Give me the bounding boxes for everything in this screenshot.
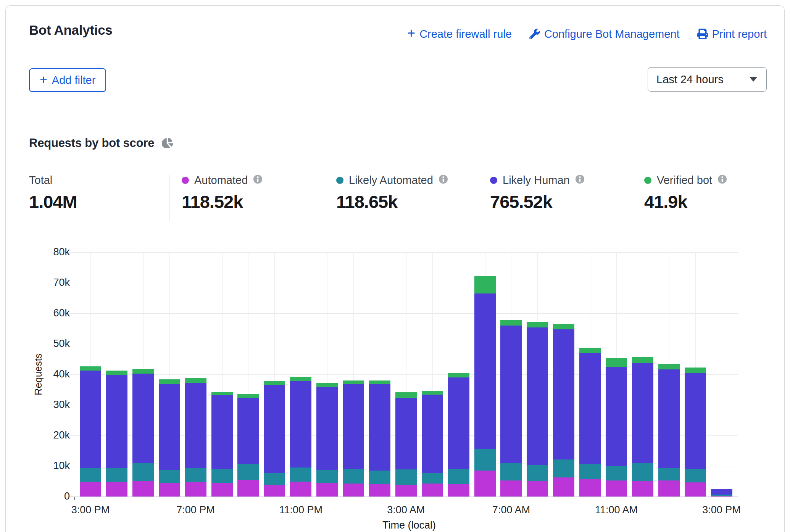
bar-segment-likely-human[interactable] (290, 381, 311, 468)
bar-segment-likely-automated[interactable] (579, 464, 601, 480)
bar-segment-verified-bot[interactable] (395, 392, 417, 398)
bar-segment-automated[interactable] (290, 482, 311, 497)
bar-segment-verified-bot[interactable] (500, 320, 522, 326)
bar-segment-verified-bot[interactable] (316, 383, 338, 387)
bar-segment-automated[interactable] (422, 484, 443, 497)
bar-segment-likely-human[interactable] (395, 398, 417, 469)
bar-segment-likely-automated[interactable] (211, 469, 233, 483)
bar-segment-likely-automated[interactable] (185, 468, 206, 482)
bar-segment-automated[interactable] (369, 484, 390, 497)
bar-segment-likely-automated[interactable] (500, 463, 522, 480)
bar-segment-automated[interactable] (632, 481, 653, 497)
bar-segment-likely-human[interactable] (422, 395, 443, 473)
bar-segment-automated[interactable] (553, 477, 574, 497)
bar-segment-automated[interactable] (211, 483, 233, 497)
bar-segment-likely-human[interactable] (369, 384, 390, 471)
bar-segment-verified-bot[interactable] (606, 358, 627, 367)
bar-segment-automated[interactable] (132, 481, 154, 497)
bar-segment-verified-bot[interactable] (159, 379, 180, 384)
bar-segment-verified-bot[interactable] (343, 380, 364, 384)
bar-segment-automated[interactable] (448, 484, 469, 497)
bar-segment-likely-automated[interactable] (80, 468, 101, 482)
bar-segment-verified-bot[interactable] (185, 378, 206, 383)
bar-segment-automated[interactable] (500, 480, 522, 497)
bar-segment-verified-bot[interactable] (527, 322, 548, 327)
bar-segment-verified-bot[interactable] (264, 381, 285, 385)
bar-segment-verified-bot[interactable] (132, 369, 154, 374)
bar-segment-likely-human[interactable] (80, 371, 101, 468)
bar-segment-automated[interactable] (711, 496, 732, 497)
bar-segment-likely-human[interactable] (711, 489, 732, 495)
bar-segment-likely-human[interactable] (606, 367, 627, 466)
bar-segment-likely-human[interactable] (211, 395, 233, 469)
bar-segment-likely-automated[interactable] (422, 473, 443, 483)
bar-segment-automated[interactable] (106, 482, 127, 497)
info-icon[interactable] (717, 174, 727, 187)
bar-segment-likely-automated[interactable] (527, 465, 548, 481)
bar-segment-likely-automated[interactable] (369, 471, 390, 484)
bar-segment-verified-bot[interactable] (237, 394, 259, 398)
bar-segment-likely-human[interactable] (343, 384, 364, 469)
info-icon[interactable] (439, 174, 448, 187)
bar-segment-likely-human[interactable] (264, 385, 285, 473)
bar-segment-likely-automated[interactable] (606, 466, 627, 480)
bar-segment-automated[interactable] (237, 480, 259, 497)
bar-segment-verified-bot[interactable] (448, 373, 469, 377)
bar-segment-likely-human[interactable] (132, 374, 154, 463)
bar-segment-likely-automated[interactable] (237, 464, 259, 480)
bar-segment-likely-automated[interactable] (711, 495, 732, 495)
bar-segment-likely-automated[interactable] (316, 470, 338, 483)
bar-segment-likely-automated[interactable] (474, 449, 496, 471)
configure-bot-management-link[interactable]: Configure Bot Management (529, 28, 680, 40)
bar-segment-likely-automated[interactable] (159, 470, 180, 483)
bar-segment-likely-human[interactable] (632, 363, 653, 463)
bar-segment-likely-automated[interactable] (685, 469, 706, 482)
bar-segment-verified-bot[interactable] (474, 276, 496, 293)
add-filter-button[interactable]: + Add filter (29, 68, 106, 92)
bar-segment-verified-bot[interactable] (211, 392, 233, 395)
bar-segment-likely-automated[interactable] (658, 468, 680, 481)
bar-segment-automated[interactable] (685, 482, 706, 497)
bar-segment-verified-bot[interactable] (422, 391, 443, 395)
bar-segment-likely-automated[interactable] (553, 459, 574, 477)
bar-segment-likely-automated[interactable] (264, 473, 285, 485)
bar-segment-likely-human[interactable] (316, 387, 338, 470)
bar-segment-automated[interactable] (316, 483, 338, 497)
bar-segment-likely-human[interactable] (106, 375, 127, 468)
bar-segment-verified-bot[interactable] (685, 368, 706, 373)
bar-segment-automated[interactable] (185, 482, 206, 497)
bar-segment-likely-human[interactable] (553, 329, 574, 459)
bar-segment-automated[interactable] (474, 471, 496, 497)
bar-segment-likely-human[interactable] (579, 353, 601, 464)
create-firewall-rule-link[interactable]: + Create firewall rule (407, 27, 512, 41)
bar-segment-verified-bot[interactable] (553, 324, 574, 329)
bar-segment-automated[interactable] (658, 480, 680, 497)
bar-segment-automated[interactable] (579, 479, 601, 497)
bar-segment-likely-automated[interactable] (106, 468, 127, 482)
bar-segment-verified-bot[interactable] (106, 371, 127, 375)
bar-segment-likely-automated[interactable] (395, 469, 417, 485)
time-range-select[interactable]: Last 24 hours (648, 67, 767, 92)
bar-segment-likely-automated[interactable] (632, 463, 653, 481)
bar-segment-automated[interactable] (264, 485, 285, 497)
bar-segment-verified-bot[interactable] (658, 364, 680, 369)
bar-segment-verified-bot[interactable] (579, 348, 601, 353)
bar-segment-automated[interactable] (343, 484, 364, 497)
bar-segment-automated[interactable] (606, 480, 627, 497)
bar-segment-likely-human[interactable] (685, 373, 706, 469)
bar-segment-likely-human[interactable] (500, 326, 522, 463)
bar-segment-automated[interactable] (395, 485, 417, 497)
bar-segment-likely-automated[interactable] (448, 469, 469, 484)
bar-segment-likely-human[interactable] (658, 369, 680, 468)
bar-segment-verified-bot[interactable] (290, 377, 311, 380)
bar-segment-automated[interactable] (80, 482, 101, 497)
bar-segment-likely-human[interactable] (474, 293, 496, 449)
bar-segment-likely-human[interactable] (527, 327, 548, 465)
bar-segment-likely-human[interactable] (237, 398, 259, 464)
bar-segment-verified-bot[interactable] (369, 380, 390, 384)
bar-segment-likely-human[interactable] (448, 377, 469, 469)
bar-segment-likely-automated[interactable] (132, 463, 154, 481)
bar-segment-automated[interactable] (159, 483, 180, 497)
bar-segment-likely-automated[interactable] (290, 468, 311, 482)
bar-segment-verified-bot[interactable] (632, 357, 653, 363)
